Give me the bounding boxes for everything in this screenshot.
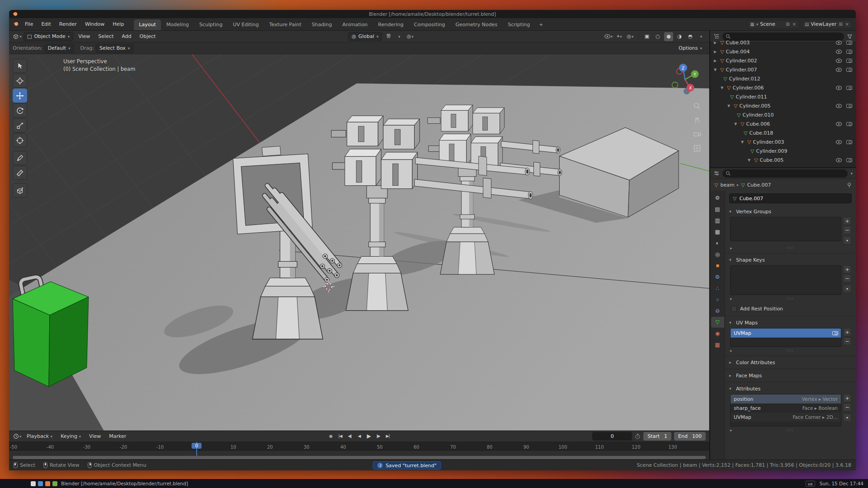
tool-transform[interactable] [13, 133, 27, 147]
filter-expand-icon[interactable]: ▸ [730, 348, 732, 353]
tab-physics[interactable]: ○ [711, 294, 724, 305]
app-icon[interactable] [31, 481, 36, 486]
play-reverse-button[interactable]: ◀ [355, 432, 363, 440]
shape-keys-list[interactable] [730, 265, 841, 295]
vertex-group-specials-menu[interactable]: ▾ [843, 236, 851, 244]
outliner-row[interactable]: ▼ ▽ Cylinder.005 [710, 101, 856, 110]
properties-editor-icon[interactable] [713, 170, 720, 176]
previous-keyframe-button[interactable]: ◀| [346, 432, 354, 440]
collapse-icon[interactable]: ▼ [727, 104, 732, 108]
app-icon[interactable] [45, 481, 50, 486]
tab-render[interactable]: ▤ [711, 204, 724, 215]
window-titlebar[interactable]: Blender [/home/amalie/Desktop/blender/tu… [9, 10, 856, 18]
attribute-specials-menu[interactable]: ▾ [843, 413, 851, 422]
breadcrumb-data[interactable]: Cube.007 [747, 182, 771, 188]
expand-icon[interactable]: ▶ [714, 59, 718, 63]
menu-marker[interactable]: Marker [106, 432, 129, 441]
current-frame-field[interactable]: 0 [592, 432, 632, 441]
workspace-tab-animation[interactable]: Animation [337, 19, 373, 30]
taskbar-window-title[interactable]: Blender [/home/amalie/Desktop/blender/tu… [61, 481, 188, 486]
hide-eye-toggle-icon[interactable] [836, 41, 842, 45]
workspace-tab-sculpting[interactable]: Sculpting [194, 19, 227, 30]
tab-output[interactable]: ▥ [711, 215, 724, 226]
render-camera-toggle-icon[interactable] [846, 86, 852, 90]
tab-world[interactable]: ◎ [711, 249, 724, 260]
resize-grip[interactable]: ∷∷ [787, 428, 794, 432]
resize-grip[interactable]: ∷∷ [787, 296, 794, 301]
menu-add[interactable]: Add [118, 32, 134, 41]
remove-attribute-button[interactable]: − [843, 403, 851, 411]
show-overlays-toggle[interactable]: ◎ ▾ [626, 32, 635, 41]
tab-material[interactable]: ◉ [711, 328, 724, 339]
next-keyframe-button[interactable]: |▶ [374, 432, 382, 440]
tab-texture[interactable]: ▩ [711, 339, 724, 350]
camera-view-icon[interactable] [692, 129, 702, 139]
collapse-icon[interactable]: ▼ [748, 158, 752, 162]
workspace-tab-shading[interactable]: Shading [307, 19, 337, 30]
hide-eye-toggle-icon[interactable] [836, 50, 842, 54]
jump-to-end-button[interactable]: ▶| [384, 432, 392, 440]
green-box-object[interactable] [13, 276, 89, 387]
hide-eye-toggle-icon[interactable] [836, 86, 842, 90]
vertex-groups-list[interactable] [730, 217, 841, 241]
saved-notification[interactable]: i Saved "turret.blend" [373, 461, 441, 469]
timeline-ruler[interactable]: -50 -40 -30 -20 -10 0 10 20 30 40 50 60 … [9, 442, 709, 451]
remove-shape-key-button[interactable]: − [843, 274, 851, 282]
tab-modifiers[interactable]: ⚙ [711, 272, 724, 282]
render-camera-toggle-icon[interactable] [846, 104, 852, 108]
hide-eye-toggle-icon[interactable] [836, 140, 842, 144]
shading-wireframe-button[interactable]: ○ [653, 32, 662, 41]
collapse-icon[interactable]: ▼ [721, 86, 725, 90]
face-maps-panel-header[interactable]: ▸ Face Maps [729, 371, 852, 380]
toggle-ortho-icon[interactable] [692, 143, 702, 153]
outliner-row[interactable]: ▽ Cylinder.011 [710, 92, 856, 101]
new-scene-button[interactable]: ⊞ [785, 22, 790, 27]
shape-key-specials-menu[interactable]: ▾ [843, 285, 851, 293]
auto-key-record-button[interactable]: ● [327, 432, 335, 440]
tab-object-data[interactable]: ▽ [711, 317, 724, 328]
render-camera-toggle-icon[interactable] [846, 50, 852, 54]
app-icon[interactable] [38, 481, 43, 486]
attributes-list[interactable]: position Vertex ▸ Vector sharp_face Face… [730, 394, 841, 427]
navigation-gizmo[interactable]: Z Y X [666, 61, 704, 99]
timeline-track-area[interactable] [9, 451, 709, 460]
uv-maps-panel-header[interactable]: ▾ UV Maps [729, 318, 852, 327]
tool-rotate[interactable] [13, 103, 27, 117]
options-dropdown[interactable]: Options ▾ [675, 44, 706, 53]
outliner-row[interactable]: ▼ ▽ Cylinder.007 [710, 65, 856, 74]
axis-y-negative[interactable] [672, 82, 678, 88]
hide-eye-toggle-icon[interactable] [836, 59, 842, 63]
tab-tool[interactable]: ⚙ [711, 192, 724, 203]
menu-select[interactable]: Select [95, 32, 117, 41]
collapse-icon[interactable]: ▼ [741, 140, 745, 144]
view-layer-selector[interactable]: ▤ ViewLayer ⊞ × [802, 20, 852, 29]
tool-select-box[interactable] [13, 59, 27, 73]
resize-grip[interactable]: ∷∷ [787, 246, 794, 250]
menu-help[interactable]: Help [109, 20, 127, 28]
shading-options-dropdown[interactable]: ▾ [697, 32, 706, 41]
add-rest-position-checkbox[interactable] [731, 306, 737, 312]
pan-hand-icon[interactable] [692, 115, 702, 125]
frame-end-field[interactable]: End 100 [674, 432, 706, 441]
shading-rendered-button[interactable]: ◓ [686, 32, 695, 41]
filter-expand-icon[interactable]: ▸ [730, 428, 732, 432]
scene-selector[interactable]: ▦ ▾ Scene ⊞ × [747, 20, 799, 29]
new-view-layer-button[interactable]: ⊞ [838, 22, 843, 27]
current-frame-badge[interactable]: 0 [192, 443, 202, 449]
tab-view-layer[interactable]: ▦ [711, 226, 724, 237]
outliner-row[interactable]: ▽ Cylinder.012 [710, 74, 856, 83]
shading-material-button[interactable]: ◑ [675, 32, 684, 41]
hide-eye-toggle-icon[interactable] [836, 68, 842, 72]
tool-add-cube[interactable] [13, 183, 27, 197]
tab-constraints[interactable]: ⊖ [711, 305, 724, 316]
drag-dropdown[interactable]: Select Box ▾ [96, 44, 133, 53]
hide-eye-toggle-icon[interactable] [836, 104, 842, 108]
breadcrumb-object[interactable]: beam [720, 182, 734, 188]
outliner-row[interactable]: ▼ ▽ Cylinder.003 [710, 137, 856, 146]
attributes-panel-header[interactable]: ▾ Attributes [729, 384, 852, 393]
orientation-dropdown[interactable]: Default ▾ [44, 44, 74, 53]
datablock-name-field[interactable]: ▽ Cube.007 [729, 193, 852, 203]
workspace-tab-texture-paint[interactable]: Texture Paint [264, 19, 307, 30]
workspace-tab-modeling[interactable]: Modeling [161, 19, 194, 30]
outliner-row[interactable]: ▼ ▽ Cube.005 [710, 155, 856, 164]
